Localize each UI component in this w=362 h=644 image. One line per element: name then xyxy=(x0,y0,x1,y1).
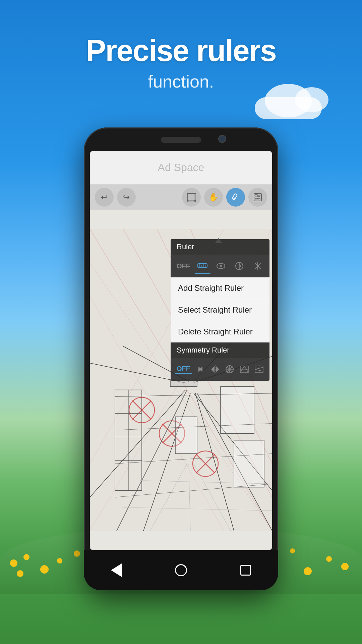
phone-speaker xyxy=(161,137,201,143)
svg-point-3 xyxy=(187,200,189,202)
svg-rect-5 xyxy=(232,194,237,200)
ruler-section-title: Ruler xyxy=(177,243,194,251)
svg-marker-77 xyxy=(211,366,215,373)
svg-rect-48 xyxy=(234,440,264,487)
hand-button[interactable]: ✋ xyxy=(204,188,223,207)
phone-camera xyxy=(218,135,226,143)
nav-back-button[interactable] xyxy=(106,560,126,580)
ruler-off-label[interactable]: OFF xyxy=(175,262,192,270)
delete-straight-ruler-item[interactable]: Delete Straight Ruler xyxy=(171,321,269,342)
phone-navbar xyxy=(84,550,278,590)
symmetry-flip-btn[interactable] xyxy=(209,361,222,377)
symmetry-lr-btn[interactable] xyxy=(194,361,207,377)
nav-home-button[interactable] xyxy=(171,560,191,580)
select-straight-ruler-item[interactable]: Select Straight Ruler xyxy=(171,299,269,321)
nav-recent-button[interactable] xyxy=(236,560,256,580)
svg-rect-46 xyxy=(175,417,197,454)
toolbar: ↩ ↪ ✋ xyxy=(90,184,272,210)
symmetry-off-label[interactable]: OFF xyxy=(175,365,192,374)
ruler-menu: Ruler OFF xyxy=(171,239,269,381)
select-button[interactable] xyxy=(182,188,201,207)
add-straight-ruler-item[interactable]: Add Straight Ruler xyxy=(171,277,269,299)
svg-point-1 xyxy=(187,193,189,194)
undo-button[interactable]: ↩ xyxy=(95,188,114,207)
svg-point-64 xyxy=(217,263,225,269)
title-section: Precise rulers function. xyxy=(0,34,362,92)
straight-ruler-icon-btn[interactable] xyxy=(195,258,210,274)
gallery-button[interactable] xyxy=(248,188,267,207)
ellipse-ruler-icon-btn[interactable] xyxy=(213,258,229,274)
ad-space: Ad Space xyxy=(90,151,272,184)
svg-point-2 xyxy=(194,193,196,194)
phone-screen: Ad Space ↩ ↪ xyxy=(90,151,272,550)
pen-button[interactable] xyxy=(226,188,245,207)
ad-text: Ad Space xyxy=(158,161,204,174)
phone-frame: Ad Space ↩ ↪ xyxy=(84,127,278,590)
svg-point-65 xyxy=(220,265,222,267)
svg-rect-8 xyxy=(255,195,257,197)
svg-rect-0 xyxy=(188,194,195,201)
svg-marker-76 xyxy=(199,367,202,372)
svg-rect-49 xyxy=(170,380,197,387)
symmetry-radial-btn[interactable] xyxy=(224,361,236,377)
phone-mockup: Ad Space ↩ ↪ xyxy=(84,127,278,590)
symmetry-title: Symmetry Ruler xyxy=(177,346,230,354)
symmetry-persp2-btn[interactable] xyxy=(253,361,265,377)
circle-perspective-icon-btn[interactable] xyxy=(232,258,247,274)
ruler-arrow-indicator xyxy=(215,238,222,243)
symmetry-section-header: Symmetry Ruler xyxy=(171,342,269,358)
radial-ruler-icon-btn[interactable] xyxy=(250,258,265,274)
sub-title: function. xyxy=(0,71,362,92)
main-title: Precise rulers xyxy=(0,34,362,68)
svg-marker-78 xyxy=(216,366,219,373)
canvas-area[interactable]: Ruler OFF xyxy=(90,210,272,550)
redo-button[interactable]: ↪ xyxy=(117,188,136,207)
symmetry-icons-row: OFF xyxy=(171,358,269,381)
ruler-icons-row: OFF xyxy=(171,255,269,277)
svg-point-74 xyxy=(257,265,259,267)
svg-point-4 xyxy=(194,200,196,202)
symmetry-persp1-btn[interactable] xyxy=(238,361,251,377)
